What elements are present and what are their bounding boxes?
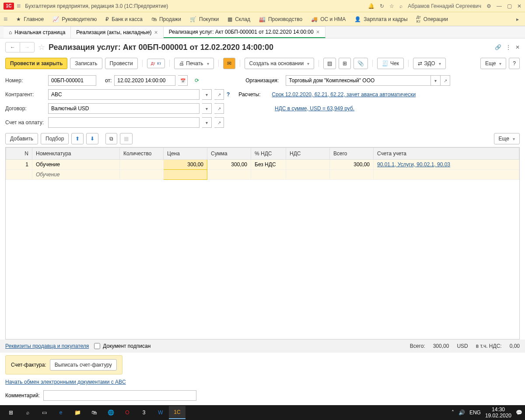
col-nomenclature[interactable]: Номенклатура: [32, 148, 120, 160]
col-nds-pct[interactable]: % НДС: [251, 148, 286, 160]
seller-buyer-link[interactable]: Реквизиты продавца и покупателя: [5, 343, 89, 349]
notifications-icon[interactable]: 💬: [516, 410, 522, 416]
comment-input[interactable]: [43, 390, 196, 401]
tab-realisation-list[interactable]: Реализация (акты, накладные)×: [71, 26, 163, 38]
help-icon[interactable]: ?: [227, 91, 230, 98]
menu-salary[interactable]: 👤Зарплата и кадры: [350, 14, 412, 24]
cell-nds-pct[interactable]: Без НДС: [251, 160, 286, 170]
tab-realisation-doc[interactable]: Реализация услуг: Акт 00БП-000001 от 12.…: [164, 26, 326, 38]
dropdown-icon[interactable]: ▾: [202, 103, 212, 114]
contract-input[interactable]: [48, 103, 200, 114]
help-button[interactable]: ?: [509, 58, 520, 69]
tab-home[interactable]: ⌂Начальная страница: [4, 26, 71, 38]
explorer-icon[interactable]: 📁: [69, 406, 86, 419]
move-down-button[interactable]: ⬇: [86, 133, 98, 144]
cell-sum[interactable]: 300,00: [207, 160, 251, 170]
refresh-icon[interactable]: ⟳: [195, 77, 199, 84]
menu-operations[interactable]: ДтКтОперации: [412, 13, 452, 25]
favorite-icon[interactable]: ☆: [38, 42, 45, 52]
link-icon[interactable]: 🔗: [495, 44, 501, 50]
start-button[interactable]: ⊞: [3, 406, 19, 419]
menu-production[interactable]: 🏭Производство: [255, 14, 307, 24]
nds-link[interactable]: НДС в сумме, USD = 63,949 руб.: [275, 105, 354, 112]
doc-signed-input[interactable]: [94, 343, 100, 349]
menu-scroll-right-icon[interactable]: ▸: [514, 16, 522, 22]
word-icon[interactable]: W: [152, 406, 169, 419]
search-button[interactable]: ⌕: [19, 406, 36, 419]
cell-quantity[interactable]: [120, 160, 164, 170]
col-total[interactable]: Всего: [330, 148, 374, 160]
store-icon[interactable]: 🛍: [86, 406, 102, 419]
col-quantity[interactable]: Количество: [120, 148, 164, 160]
cell-n[interactable]: 1: [6, 160, 32, 170]
number-input[interactable]: [48, 75, 96, 86]
lang-indicator[interactable]: ENG: [469, 410, 481, 416]
email-button[interactable]: ✉: [223, 58, 235, 69]
menu-manager[interactable]: 📈Руководителю: [48, 14, 101, 24]
more-button[interactable]: Еще: [480, 58, 506, 69]
cell-price[interactable]: 300,00: [164, 160, 207, 170]
cell-nomenclature-sub[interactable]: Обучение: [32, 170, 120, 180]
settings-icon[interactable]: ⚙: [486, 3, 491, 9]
organization-input[interactable]: [286, 75, 431, 86]
star-icon[interactable]: ☆: [389, 3, 394, 9]
copy-button[interactable]: ⧉: [105, 133, 117, 144]
opera-icon[interactable]: O: [119, 406, 136, 419]
forward-button[interactable]: →: [20, 42, 34, 52]
structure-button[interactable]: ⊞: [339, 58, 351, 69]
print-button[interactable]: 🖨Печать: [174, 58, 214, 69]
pick-button[interactable]: Подбор: [41, 133, 69, 144]
taskview-button[interactable]: ▭: [36, 406, 52, 419]
col-n[interactable]: N: [6, 148, 32, 160]
cell-total[interactable]: 300,00: [330, 160, 374, 170]
start-edo-link[interactable]: Начать обмен электронными документами с …: [5, 379, 126, 385]
open-icon[interactable]: ↗: [214, 117, 224, 128]
table-row[interactable]: 1 Обучение 300,00 300,00 Без НДС 300,00 …: [6, 160, 519, 170]
create-basis-button[interactable]: Создать на основании: [245, 58, 315, 69]
close-icon[interactable]: ✕: [517, 3, 522, 9]
volume-icon[interactable]: 🔊: [458, 410, 465, 416]
calendar-icon[interactable]: 📅: [178, 75, 188, 86]
doc-signed-checkbox[interactable]: Документ подписан: [94, 343, 150, 349]
edo-button[interactable]: ⇄ЭДО: [413, 58, 446, 69]
menu-purchases[interactable]: 🛒Покупки: [186, 14, 223, 24]
date-input[interactable]: [114, 75, 175, 86]
move-up-button[interactable]: ⬆: [71, 133, 84, 144]
cell-accounts[interactable]: 90.01.1, Услуги, 90.02.1, 90.03: [374, 160, 519, 170]
dropdown-icon[interactable]: ▾: [202, 89, 212, 100]
back-button[interactable]: ←: [6, 42, 20, 52]
cell-nds[interactable]: [286, 160, 330, 170]
invoice-create-button[interactable]: Выписать счет-фактуру: [50, 359, 117, 371]
menu-warehouse[interactable]: ▦Склад: [223, 14, 255, 24]
app-1c-icon[interactable]: 1C: [169, 406, 186, 419]
attach-button[interactable]: 📎: [354, 58, 368, 69]
post-and-close-button[interactable]: Провести и закрыть: [5, 58, 67, 69]
calculations-link[interactable]: Срок 12.02.2020, 62.21, 62.22, зачет ава…: [272, 91, 416, 98]
bell-icon[interactable]: 🔔: [368, 3, 374, 9]
maximize-icon[interactable]: ▢: [507, 3, 512, 9]
user-name[interactable]: Абрамов Геннадий Сергеевич: [408, 3, 481, 9]
close-icon[interactable]: ×: [154, 29, 158, 36]
app-3cx-icon[interactable]: 3: [136, 406, 152, 419]
more-icon[interactable]: ⋮: [506, 44, 511, 50]
open-icon[interactable]: ↗: [214, 103, 224, 114]
open-icon[interactable]: ↗: [214, 89, 224, 100]
table-row-sub[interactable]: Обучение: [6, 170, 519, 180]
history-icon[interactable]: ↻: [380, 3, 384, 9]
menu-sales[interactable]: 🛍Продажи: [147, 14, 186, 24]
write-button[interactable]: Записать: [70, 58, 102, 69]
add-row-button[interactable]: Добавить: [5, 133, 38, 144]
menu-hamburger-icon[interactable]: ≡: [4, 15, 7, 23]
counterparty-input[interactable]: [48, 89, 200, 100]
post-button[interactable]: Провести: [105, 58, 138, 69]
menu-assets[interactable]: 🚚ОС и НМА: [307, 14, 350, 24]
list-button[interactable]: ▤: [323, 58, 336, 69]
dropdown-icon[interactable]: ▾: [431, 75, 441, 86]
col-accounts[interactable]: Счета учета: [374, 148, 519, 160]
col-nds[interactable]: НДС: [286, 148, 330, 160]
menu-main[interactable]: ★Главное: [12, 14, 48, 24]
clock[interactable]: 14:30 19.02.2020: [485, 406, 511, 419]
close-doc-icon[interactable]: ✕: [515, 44, 520, 50]
invoice-bill-input[interactable]: [48, 117, 200, 128]
check-button[interactable]: 🧾Чек: [377, 58, 404, 69]
